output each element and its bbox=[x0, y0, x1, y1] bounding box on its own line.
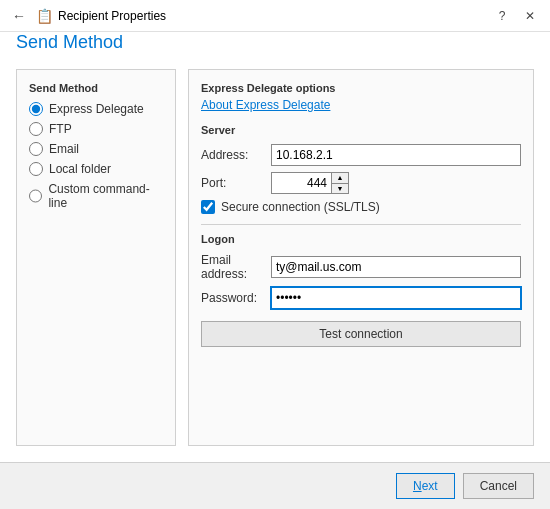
right-panel-title: Express Delegate options bbox=[201, 82, 521, 94]
divider bbox=[201, 224, 521, 225]
port-increment[interactable]: ▲ bbox=[332, 173, 348, 183]
port-input-wrapper: ▲ ▼ bbox=[271, 172, 349, 194]
recipient-icon: 📋 bbox=[36, 8, 52, 24]
port-label: Port: bbox=[201, 176, 271, 190]
radio-custom[interactable]: Custom command-line bbox=[29, 182, 163, 210]
password-label: Password: bbox=[201, 291, 271, 305]
dialog-body: Send Method Express Delegate FTP Email L… bbox=[0, 61, 550, 462]
secure-checkbox[interactable] bbox=[201, 200, 215, 214]
address-input[interactable] bbox=[271, 144, 521, 166]
next-underline: Next bbox=[413, 479, 438, 493]
radio-local[interactable]: Local folder bbox=[29, 162, 163, 176]
back-button[interactable]: ← bbox=[8, 8, 30, 24]
port-spinner: ▲ ▼ bbox=[331, 172, 349, 194]
port-input[interactable] bbox=[271, 172, 331, 194]
secure-label: Secure connection (SSL/TLS) bbox=[221, 200, 380, 214]
radio-local-input[interactable] bbox=[29, 162, 43, 176]
radio-custom-input[interactable] bbox=[29, 189, 42, 203]
help-button[interactable]: ? bbox=[490, 4, 514, 28]
left-panel: Send Method Express Delegate FTP Email L… bbox=[16, 69, 176, 446]
about-link[interactable]: About Express Delegate bbox=[201, 98, 521, 112]
radio-express-label: Express Delegate bbox=[49, 102, 144, 116]
logon-section-label: Logon bbox=[201, 233, 521, 245]
radio-email-label: Email bbox=[49, 142, 79, 156]
radio-local-label: Local folder bbox=[49, 162, 111, 176]
radio-custom-label: Custom command-line bbox=[48, 182, 163, 210]
port-row: Port: ▲ ▼ bbox=[201, 172, 521, 194]
right-panel: Express Delegate options About Express D… bbox=[188, 69, 534, 446]
title-bar-controls: ? ✕ bbox=[490, 4, 542, 28]
test-connection-button[interactable]: Test connection bbox=[201, 321, 521, 347]
secure-row: Secure connection (SSL/TLS) bbox=[201, 200, 521, 214]
radio-express[interactable]: Express Delegate bbox=[29, 102, 163, 116]
address-label: Address: bbox=[201, 148, 271, 162]
title-bar: ← 📋 Recipient Properties ? ✕ bbox=[0, 0, 550, 32]
title-bar-left: ← 📋 Recipient Properties bbox=[8, 8, 490, 24]
password-row: Password: bbox=[201, 287, 521, 309]
send-method-group: Express Delegate FTP Email Local folder … bbox=[29, 102, 163, 210]
dialog-header: Send Method bbox=[0, 32, 550, 61]
password-input[interactable] bbox=[271, 287, 521, 309]
email-input[interactable] bbox=[271, 256, 521, 278]
dialog-footer: Next Cancel bbox=[0, 462, 550, 509]
radio-ftp-label: FTP bbox=[49, 122, 72, 136]
cancel-button[interactable]: Cancel bbox=[463, 473, 534, 499]
server-section-label: Server bbox=[201, 124, 521, 136]
radio-ftp-input[interactable] bbox=[29, 122, 43, 136]
email-row: Email address: bbox=[201, 253, 521, 281]
radio-ftp[interactable]: FTP bbox=[29, 122, 163, 136]
radio-express-input[interactable] bbox=[29, 102, 43, 116]
radio-email[interactable]: Email bbox=[29, 142, 163, 156]
close-button[interactable]: ✕ bbox=[518, 4, 542, 28]
port-decrement[interactable]: ▼ bbox=[332, 183, 348, 194]
next-button[interactable]: Next bbox=[396, 473, 455, 499]
title-bar-text: Recipient Properties bbox=[58, 9, 166, 23]
address-row: Address: bbox=[201, 144, 521, 166]
radio-email-input[interactable] bbox=[29, 142, 43, 156]
left-panel-title: Send Method bbox=[29, 82, 163, 94]
dialog-heading: Send Method bbox=[16, 32, 123, 52]
email-label: Email address: bbox=[201, 253, 271, 281]
